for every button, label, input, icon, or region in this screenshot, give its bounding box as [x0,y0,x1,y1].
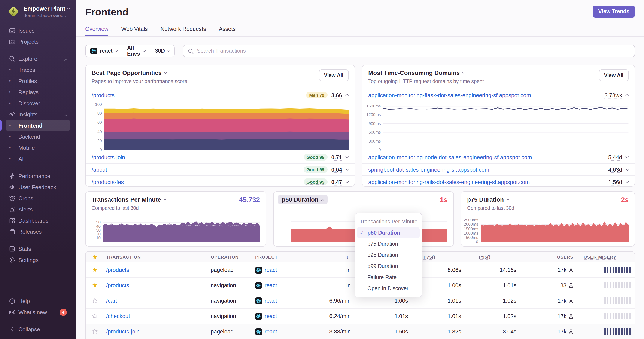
sidebar-item-traces[interactable]: •Traces [6,64,70,75]
star-icon[interactable] [92,298,98,304]
sidebar-item-explore[interactable]: Explore [6,53,70,64]
page-link[interactable]: /products-fes [92,179,124,185]
transaction-link[interactable]: /checkout [106,313,130,319]
favorite-toggle[interactable] [86,283,104,288]
opportunity-score[interactable]: 0.47 [331,179,342,185]
sidebar-item-ai[interactable]: •AI [6,153,70,164]
row-expand-toggle[interactable] [626,180,629,183]
domain-link[interactable]: springboot-dot-sales-engineering-sf.apps… [368,166,489,173]
menu-item-p99-duration[interactable]: p99 Duration [357,261,420,272]
page-link[interactable]: /products [92,92,114,98]
time-spent-value[interactable]: 3.78wk [604,92,622,98]
star-icon[interactable] [92,267,98,273]
star-icon[interactable] [92,283,98,288]
sidebar-item-what-s-new[interactable]: What's new4 [6,307,70,318]
star-icon[interactable] [92,313,98,319]
row-expand-toggle[interactable] [346,180,349,183]
col-p95[interactable]: P95() [479,254,490,259]
menu-item-open-in-discover[interactable]: Open in Discover [357,283,420,294]
sidebar-item-profiles[interactable]: •Profiles [6,75,70,86]
best-pages-view-all-button[interactable]: View All [319,69,348,81]
sidebar-item-projects[interactable]: Projects [6,36,70,47]
sidebar-item-collapse[interactable]: Collapse [6,324,70,335]
menu-item-p75-duration[interactable]: p75 Duration [357,238,420,250]
sidebar-item-user-feedback[interactable]: User Feedback [6,181,70,193]
row-expand-toggle[interactable] [346,155,349,158]
sidebar-item-dashboards[interactable]: Dashboards [6,215,70,226]
project-filter[interactable]: react [86,45,122,57]
sidebar-item-stats[interactable]: Stats [6,243,70,254]
tab-web-vitals[interactable]: Web Vitals [121,26,148,36]
search-input[interactable] [197,48,630,54]
col-user-misery[interactable]: USER MISERY [584,254,616,259]
tab-overview[interactable]: Overview [85,26,108,36]
tab-network-requests[interactable]: Network Requests [160,26,206,36]
favorite-toggle[interactable] [86,267,104,273]
view-trends-button[interactable]: View Trends [593,5,635,17]
tpm-title[interactable]: Transactions Per Minute [92,196,161,203]
opportunity-score[interactable]: 0.71 [331,154,342,160]
menu-item-p50-duration[interactable]: ✓p50 Duration [357,227,420,238]
sidebar-item-help[interactable]: ?Help [6,295,70,307]
menu-item-failure-rate[interactable]: Failure Rate [357,272,420,283]
col-transaction[interactable]: TRANSACTION [104,254,208,259]
transaction-link[interactable]: /cart [106,298,117,304]
project-link[interactable]: react [264,282,277,289]
sidebar-item-performance[interactable]: Performance [6,170,70,181]
time-spent-value[interactable]: 5.44d [608,154,622,160]
sidebar-item-crons[interactable]: Crons [6,193,70,204]
opportunity-score[interactable]: 3.66 [331,92,342,98]
transaction-link[interactable]: /products-join [106,328,140,335]
sidebar-item-backend[interactable]: •Backend [6,131,70,142]
menu-item-transactions-per-minute[interactable]: Transactions Per Minute [357,216,420,227]
sidebar-item-settings[interactable]: Settings [6,254,70,265]
time-spent-value[interactable]: 4.63d [608,166,622,173]
opportunity-score[interactable]: 0.04 [331,166,342,173]
project-link[interactable]: react [264,328,277,335]
sidebar-item-releases[interactable]: Releases [6,226,70,237]
domain-link[interactable]: application-monitoring-flask-dot-sales-e… [368,92,531,98]
row-expand-toggle[interactable] [626,155,629,158]
p75-title[interactable]: p75 Duration [467,196,504,203]
sidebar-item-alerts[interactable]: Alerts [6,204,70,215]
sidebar-item-issues[interactable]: Issues [6,25,70,36]
domains-title[interactable]: Most Time-Consuming Domains [368,69,460,76]
row-expand-toggle[interactable] [626,94,629,97]
page-link[interactable]: /products-join [92,154,125,160]
favorite-toggle[interactable] [86,313,104,319]
project-link[interactable]: react [264,298,277,304]
col-project[interactable]: PROJECT [251,254,300,259]
best-pages-title[interactable]: Best Page Opportunities [92,69,162,76]
domains-view-all-button[interactable]: View All [599,69,628,81]
time-spent-value[interactable]: 1.56d [608,179,622,185]
sidebar-item-discover[interactable]: •Discover [6,98,70,109]
row-expand-toggle[interactable] [346,94,349,97]
row-expand-toggle[interactable] [346,167,349,171]
p50-metric-selector[interactable]: p50 Duration [278,195,327,204]
favorite-toggle[interactable] [86,329,104,334]
sidebar-item-insights[interactable]: Insights [6,109,70,120]
transaction-link[interactable]: /products [106,267,129,273]
row-expand-toggle[interactable] [626,167,629,171]
period-filter[interactable]: 30D [150,45,174,57]
sidebar-item-replays[interactable]: •Replays [6,86,70,98]
favorite-column-header[interactable] [86,254,104,260]
star-icon[interactable] [92,329,98,334]
col-users[interactable]: USERS [517,254,574,259]
domain-link[interactable]: application-monitoring-rails-dot-sales-e… [368,179,530,185]
project-link[interactable]: react [264,267,277,273]
project-link[interactable]: react [264,313,277,319]
menu-item-p95-duration[interactable]: p95 Duration [357,250,420,261]
favorite-toggle[interactable] [86,298,104,304]
transaction-link[interactable]: /products [106,282,129,289]
sidebar-item-mobile[interactable]: •Mobile [6,142,70,153]
env-filter[interactable]: All Envs [122,45,150,57]
col-operation[interactable]: OPERATION [208,254,251,259]
page-link[interactable]: /about [92,166,107,173]
col-p75[interactable]: P75() [424,254,435,259]
domain-link[interactable]: application-monitoring-node-dot-sales-en… [368,154,532,160]
sort-down-icon[interactable]: ↓ [300,254,352,260]
tab-assets[interactable]: Assets [219,26,236,36]
org-switcher[interactable]: Empower Plant dominik.buszowiec… [0,0,76,24]
sidebar-item-frontend[interactable]: •Frontend [6,120,70,131]
